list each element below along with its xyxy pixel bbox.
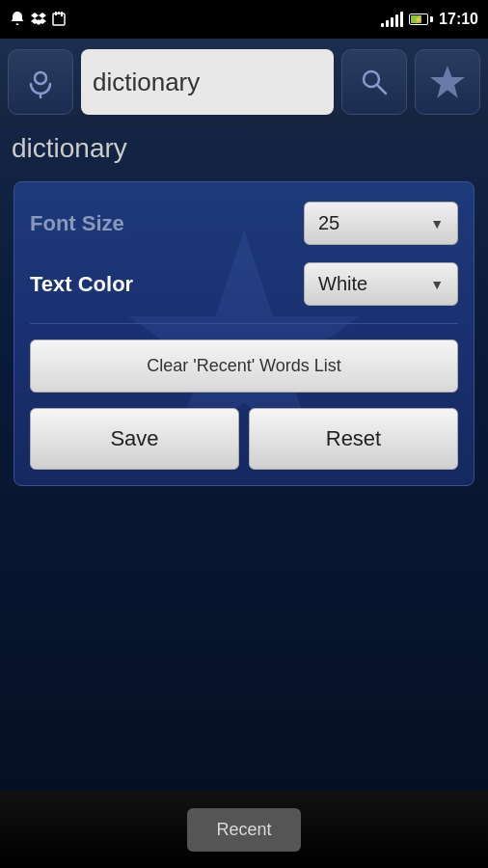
status-bar: ⚡ 17:10 (0, 0, 488, 39)
sd-card-icon (52, 11, 66, 29)
text-color-value: White (318, 273, 367, 295)
search-button[interactable] (341, 49, 407, 115)
favorites-button[interactable] (415, 49, 480, 115)
settings-card: Font Size 25 ▼ Text Color White ▼ Clear … (14, 181, 474, 486)
text-color-dropdown[interactable]: White ▼ (304, 262, 458, 306)
mic-button[interactable] (8, 49, 73, 115)
notification-icon (10, 11, 25, 29)
svg-rect-0 (53, 14, 65, 25)
recent-tab-label: Recent (216, 820, 271, 839)
search-input[interactable] (93, 68, 322, 97)
text-color-arrow-icon: ▼ (430, 277, 444, 292)
action-buttons: Save Reset (30, 408, 458, 470)
font-size-row: Font Size 25 ▼ (30, 202, 458, 245)
svg-rect-2 (58, 12, 60, 14)
reset-button[interactable]: Reset (249, 408, 458, 470)
recent-tab[interactable]: Recent (187, 808, 300, 852)
svg-rect-1 (55, 12, 57, 15)
battery-icon: ⚡ (409, 14, 433, 25)
status-time: 17:10 (439, 11, 478, 28)
dropbox-icon (31, 11, 46, 29)
save-label: Save (110, 426, 158, 450)
font-size-arrow-icon: ▼ (430, 216, 444, 231)
clear-recent-button[interactable]: Clear 'Recent' Words List (30, 339, 458, 393)
status-right-icons: ⚡ 17:10 (381, 11, 478, 28)
top-bar (0, 39, 488, 125)
svg-line-7 (377, 85, 386, 94)
svg-rect-3 (61, 12, 63, 16)
font-size-label: Font Size (30, 211, 124, 236)
page-title: dictionary (12, 133, 127, 163)
signal-icon (381, 12, 403, 27)
font-size-value: 25 (318, 212, 339, 234)
search-input-container[interactable] (81, 49, 334, 115)
card-divider (30, 323, 458, 324)
bottom-bar: Recent (0, 791, 488, 868)
reset-label: Reset (326, 426, 381, 450)
save-button[interactable]: Save (30, 408, 239, 470)
svg-marker-8 (433, 68, 462, 95)
clear-recent-label: Clear 'Recent' Words List (147, 356, 341, 375)
status-icons (10, 11, 66, 29)
page-title-bar: dictionary (0, 125, 488, 172)
svg-point-4 (35, 72, 46, 84)
font-size-dropdown[interactable]: 25 ▼ (304, 202, 458, 245)
text-color-label: Text Color (30, 272, 133, 297)
text-color-row: Text Color White ▼ (30, 262, 458, 306)
